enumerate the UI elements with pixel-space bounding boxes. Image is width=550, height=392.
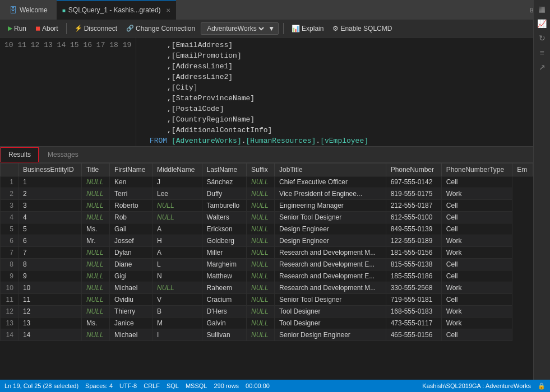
- cell-3: Janice: [110, 318, 152, 329]
- cell-1: 11: [18, 294, 81, 306]
- cell-1: 7: [18, 247, 81, 259]
- results-table: BusinessEntityIDTitleFirstNameMiddleName…: [0, 163, 533, 341]
- cell-6: NULL: [247, 200, 275, 212]
- tab-messages[interactable]: Messages: [39, 147, 87, 162]
- tab-close-button[interactable]: ✕: [166, 7, 170, 13]
- disconnect-button[interactable]: ⚡ Disconnect: [71, 23, 121, 34]
- cell-7: Research and Development E...: [275, 259, 386, 270]
- cell-1: 3: [18, 200, 81, 212]
- sql-file-icon: ■: [62, 7, 66, 13]
- col-header-title: Title: [81, 164, 109, 176]
- cell-2: NULL: [81, 306, 109, 318]
- cell-1: 1: [18, 176, 81, 188]
- cell-rownum: 2: [1, 188, 19, 200]
- cell-9: Cell: [441, 223, 512, 235]
- cell-9: Work: [441, 282, 512, 294]
- elapsed-time: 00:00:00: [246, 382, 270, 389]
- cell-5: Raheem: [202, 282, 246, 294]
- cell-1: 9: [18, 270, 81, 282]
- cell-8: 185-555-0186: [386, 270, 441, 282]
- cell-6: NULL: [247, 212, 275, 223]
- cell-7: Vice President of Enginee...: [275, 188, 386, 200]
- cell-rownum: 4: [1, 212, 19, 223]
- cell-4: NULL: [152, 282, 202, 294]
- cell-9: Cell: [441, 329, 512, 341]
- database-selector[interactable]: AdventureWorks master tempdb ▼: [201, 22, 279, 35]
- col-header-middlename: MiddleName: [152, 164, 202, 176]
- run-button[interactable]: ▶ Run: [4, 23, 30, 34]
- cell-2: NULL: [81, 270, 109, 282]
- cell-9: Cell: [441, 176, 512, 188]
- cursor-position: Ln 19, Col 25 (28 selected): [4, 382, 78, 389]
- table-header: BusinessEntityIDTitleFirstNameMiddleName…: [1, 164, 533, 176]
- cell-2: NULL: [81, 247, 109, 259]
- abort-button[interactable]: ◼ Abort: [32, 23, 62, 34]
- row-count: 290 rows: [214, 382, 239, 389]
- enable-sqlcmd-label: Enable SQLCMD: [340, 25, 392, 32]
- enable-sqlcmd-button[interactable]: ⚙ Enable SQLCMD: [329, 23, 395, 34]
- cell-2: NULL: [81, 282, 109, 294]
- cell-rownum: 14: [1, 329, 19, 341]
- cell-rownum: 12: [1, 306, 19, 318]
- app-welcome-tab[interactable]: 🗄 Welcome: [4, 3, 52, 17]
- cell-3: Roberto: [110, 200, 152, 212]
- explain-label: Explain: [302, 25, 323, 32]
- col-header-phonenumber: PhoneNumber: [386, 164, 441, 176]
- query-tab[interactable]: ■ SQLQuery_1 - Kashis...grated) ✕: [57, 0, 176, 20]
- disconnect-label: Disconnect: [84, 25, 117, 32]
- connection-icon: 🔗: [126, 25, 134, 32]
- cell-5: Walters: [202, 212, 246, 223]
- table-row: 66Mr.JossefHGoldbergNULLDesign Engineer1…: [1, 235, 533, 247]
- table-row: 1010NULLMichaelNULLRaheemNULLResearch an…: [1, 282, 533, 294]
- cell-8: 122-555-0189: [386, 235, 441, 247]
- cell-8: 473-555-0117: [386, 318, 441, 329]
- dropdown-arrow-icon: ▼: [268, 25, 275, 32]
- cell-2: NULL: [81, 212, 109, 223]
- cell-3: Ken: [110, 176, 152, 188]
- results-table-container[interactable]: BusinessEntityIDTitleFirstNameMiddleName…: [0, 163, 550, 380]
- disconnect-icon: ⚡: [75, 25, 82, 32]
- table-row: 22NULLTerriLeeDuffyNULLVice President of…: [1, 188, 533, 200]
- table-row: 88NULLDianeLMargheimNULLResearch and Dev…: [1, 259, 533, 270]
- cell-8: 212-555-0187: [386, 200, 441, 212]
- cell-7: Tool Designer: [275, 306, 386, 318]
- cell-3: Michael: [110, 329, 152, 341]
- cell-6: NULL: [247, 188, 275, 200]
- cell-8: 465-555-0156: [386, 329, 441, 341]
- cell-4: Lee: [152, 188, 202, 200]
- cell-7: Research and Development E...: [275, 270, 386, 282]
- cell-1: 8: [18, 259, 81, 270]
- run-label: Run: [14, 25, 26, 32]
- change-connection-button[interactable]: 🔗 Change Connection: [123, 23, 198, 34]
- code-editor[interactable]: ,[EmailAddress] ,[EmailPromotion] ,[Addr…: [136, 38, 550, 146]
- cell-6: NULL: [247, 247, 275, 259]
- cell-8: 849-555-0139: [386, 223, 441, 235]
- cell-1: 10: [18, 282, 81, 294]
- spaces-setting: Spaces: 4: [85, 382, 113, 389]
- tab-results[interactable]: Results: [0, 147, 39, 163]
- table-row: 1313Ms.JaniceMGalvinNULLTool Designer473…: [1, 318, 533, 329]
- cell-2: NULL: [81, 294, 109, 306]
- cell-4: V: [152, 294, 202, 306]
- database-dropdown[interactable]: AdventureWorks master tempdb: [205, 24, 266, 33]
- cell-rownum: 9: [1, 270, 19, 282]
- cell-8: 168-555-0183: [386, 306, 441, 318]
- cell-3: Gail: [110, 223, 152, 235]
- cell-3: Gigi: [110, 270, 152, 282]
- cell-7: Senior Tool Designer: [275, 212, 386, 223]
- cell-5: Goldberg: [202, 235, 246, 247]
- cell-2: Ms.: [81, 318, 109, 329]
- cell-6: NULL: [247, 270, 275, 282]
- cell-rownum: 3: [1, 200, 19, 212]
- table-body: 11NULLKenJSánchezNULLChief Executive Off…: [1, 176, 533, 341]
- cell-6: NULL: [247, 282, 275, 294]
- cell-2: NULL: [81, 259, 109, 270]
- cell-5: Erickson: [202, 223, 246, 235]
- cell-rownum: 7: [1, 247, 19, 259]
- col-header-em: Em: [512, 164, 533, 176]
- cell-6: NULL: [247, 176, 275, 188]
- cell-2: NULL: [81, 200, 109, 212]
- cell-9: Cell: [441, 270, 512, 282]
- cell-7: Design Engineer: [275, 235, 386, 247]
- explain-button[interactable]: 📊 Explain: [288, 23, 327, 34]
